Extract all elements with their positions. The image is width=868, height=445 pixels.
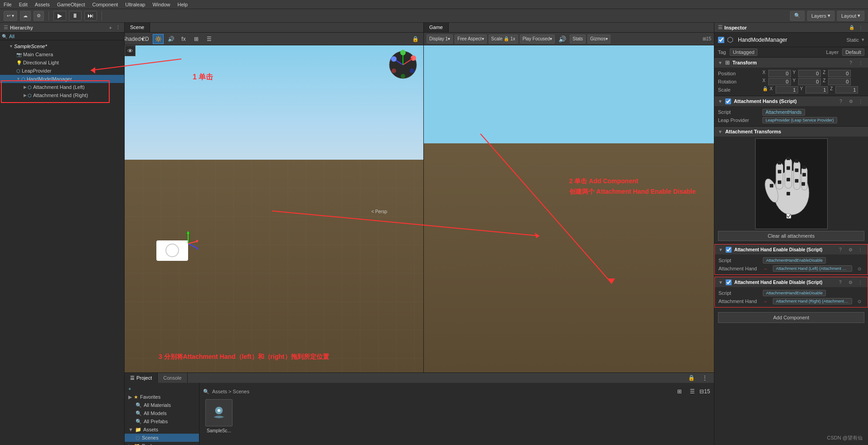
transform-help-btn[interactable]: ? bbox=[847, 59, 854, 66]
scene-fx-btn[interactable]: fx bbox=[178, 34, 189, 44]
rotation-y[interactable] bbox=[798, 78, 821, 85]
script1-pick-btn[interactable]: ⊙ bbox=[856, 265, 863, 272]
script1-help-btn[interactable]: ? bbox=[837, 246, 844, 253]
position-y[interactable] bbox=[798, 70, 821, 77]
game-scale-btn[interactable]: Scale 🔒 1x bbox=[489, 34, 518, 44]
project-more-btn[interactable]: ⋮ bbox=[699, 373, 710, 383]
tab-game[interactable]: Game bbox=[424, 23, 449, 32]
game-stats-btn[interactable]: Stats bbox=[570, 34, 586, 44]
script2-attach-value[interactable]: Attachment Hand (Right) (Attachment Ha..… bbox=[773, 298, 852, 304]
play-btn[interactable]: ▶ bbox=[53, 11, 66, 21]
hierarchy-add-btn[interactable]: + bbox=[109, 25, 112, 30]
attachment-transforms-header[interactable]: ▼ Attachment Transforms bbox=[714, 127, 868, 137]
transform-menu-btn[interactable]: ⋮ bbox=[857, 59, 864, 66]
cloud-btn[interactable]: ☁ bbox=[20, 11, 31, 21]
scene-light-btn[interactable]: 🔆 bbox=[153, 34, 164, 44]
scene-audio-btn[interactable]: 🔊 bbox=[165, 34, 176, 44]
asset-size-btn[interactable]: ⊟15 bbox=[699, 386, 710, 396]
tab-scene[interactable]: Scene bbox=[125, 23, 150, 32]
rotation-z[interactable] bbox=[828, 78, 851, 85]
script-value[interactable]: AttachmentHands bbox=[762, 109, 805, 116]
menu-help[interactable]: Help bbox=[178, 2, 188, 7]
tree-item-add[interactable]: + bbox=[125, 385, 199, 393]
object-active-checkbox[interactable] bbox=[718, 37, 724, 43]
menu-window[interactable]: Window bbox=[152, 2, 170, 7]
tag-value[interactable]: Untagged bbox=[730, 49, 758, 56]
script2-active-checkbox[interactable] bbox=[726, 279, 732, 285]
attachment-hands-settings-btn[interactable]: ⚙ bbox=[847, 98, 854, 105]
scene-lock-btn[interactable]: 🔒 bbox=[410, 34, 421, 44]
script1-settings-btn[interactable]: ⚙ bbox=[847, 246, 854, 253]
layers-btn[interactable]: Layers ▾ bbox=[807, 11, 834, 21]
script2-menu-btn[interactable]: ⋮ bbox=[857, 279, 864, 286]
settings-btn[interactable]: ⚙ bbox=[34, 11, 44, 21]
menu-assets[interactable]: Assets bbox=[35, 2, 50, 7]
tree-packages[interactable]: ▶ 📁 Packages bbox=[125, 442, 199, 445]
clear-attachments-btn[interactable]: Clear all attachments bbox=[718, 231, 864, 241]
scene-hidden-btn[interactable]: ☰ bbox=[204, 34, 214, 44]
hierarchy-item-main-camera[interactable]: 📷 Main Camera bbox=[0, 50, 124, 59]
hierarchy-item-directional-light[interactable]: 💡 Directional Light bbox=[0, 59, 124, 67]
scale-x[interactable] bbox=[776, 86, 798, 93]
game-gizmos-btn[interactable]: Gizmos▾ bbox=[587, 34, 611, 44]
layout-btn[interactable]: Layout ▾ bbox=[837, 11, 864, 21]
menu-gameobject[interactable]: GameObject bbox=[57, 2, 85, 7]
script1-menu-btn[interactable]: ⋮ bbox=[857, 246, 864, 253]
transform-header[interactable]: ▼ ⊞ Transform ? ⋮ bbox=[714, 58, 868, 68]
search-btn[interactable]: 🔍 bbox=[790, 11, 805, 21]
script2-settings-btn[interactable]: ⚙ bbox=[847, 279, 854, 286]
hierarchy-item-leap-provider[interactable]: ⬡ LeapProvider bbox=[0, 67, 124, 75]
attachment-hands-active-checkbox[interactable] bbox=[725, 98, 731, 104]
attachment-hands-menu-btn[interactable]: ⋮ bbox=[857, 98, 864, 105]
scene-2d-btn[interactable]: 2D bbox=[140, 34, 151, 44]
menu-component[interactable]: Component bbox=[92, 2, 118, 7]
step-btn[interactable]: ⏭ bbox=[84, 11, 97, 21]
scene-shading-btn[interactable]: Shaded▾ bbox=[127, 34, 138, 44]
leap-provider-value[interactable]: LeapProvider (Leap Service Provider) bbox=[762, 117, 837, 123]
tree-scenes[interactable]: ⬡ Scenes bbox=[125, 434, 199, 442]
script1-header[interactable]: ▼ Attachment Hand Enable Disable (Script… bbox=[715, 245, 868, 254]
script1-script-value[interactable]: AttachmentHandEnableDisable bbox=[763, 257, 826, 264]
pause-btn[interactable]: ⏸ bbox=[69, 11, 82, 21]
attachment-hands-header[interactable]: ▼ Attachment Hands (Script) ? ⚙ ⋮ bbox=[714, 96, 868, 106]
tree-all-models[interactable]: 🔍 All Models bbox=[125, 409, 199, 417]
script1-active-checkbox[interactable] bbox=[726, 247, 732, 253]
game-aspect-btn[interactable]: Free Aspect▾ bbox=[455, 34, 486, 44]
layer-value[interactable]: Default bbox=[842, 49, 864, 56]
hierarchy-item-attach-hand-left[interactable]: ▶ ⬡ Attachment Hand (Left) bbox=[0, 83, 124, 91]
script2-script-value[interactable]: AttachmentHandEnableDisable bbox=[763, 290, 826, 296]
scene-gizmos-btn[interactable]: ⊞ bbox=[191, 34, 202, 44]
tree-favorites[interactable]: ▶ ★ Favorites bbox=[125, 393, 199, 401]
tree-all-materials[interactable]: 🔍 All Materials bbox=[125, 401, 199, 409]
position-x[interactable] bbox=[768, 70, 791, 77]
script2-pick-btn[interactable]: ⊙ bbox=[856, 298, 863, 305]
hierarchy-all-label[interactable]: All bbox=[9, 34, 15, 39]
script2-help-btn[interactable]: ? bbox=[837, 279, 844, 286]
game-display-btn[interactable]: Display 1▾ bbox=[427, 34, 453, 44]
tab-console[interactable]: Console bbox=[158, 373, 187, 383]
attachment-hands-help-btn[interactable]: ? bbox=[837, 98, 844, 105]
menu-ultraleap[interactable]: Ultraleap bbox=[125, 2, 145, 7]
scale-y[interactable] bbox=[805, 86, 828, 93]
hierarchy-scene-root[interactable]: ▼ SampleScene* bbox=[0, 42, 124, 50]
scale-z[interactable] bbox=[835, 86, 858, 93]
asset-grid-view-btn[interactable]: ⊞ bbox=[674, 386, 685, 396]
undo-redo-btn[interactable]: ↩ ▾ bbox=[4, 11, 17, 21]
asset-list-view-btn[interactable]: ☰ bbox=[687, 386, 698, 396]
script1-attach-value[interactable]: Attachment Hand (Left) (Attachment Han..… bbox=[773, 265, 852, 272]
project-lock-btn[interactable]: 🔒 bbox=[686, 373, 697, 383]
hierarchy-item-hand-model-manager[interactable]: ▼ ⬡ HandModelManager bbox=[0, 75, 124, 83]
tree-assets[interactable]: ▼ 📁 Assets bbox=[125, 425, 199, 434]
scene-eye-btn[interactable]: 👁 bbox=[125, 45, 136, 56]
game-play-focused-btn[interactable]: Play Focused▾ bbox=[520, 34, 555, 44]
add-component-btn[interactable]: Add Component bbox=[718, 312, 864, 323]
position-z[interactable] bbox=[828, 70, 851, 77]
menu-edit[interactable]: Edit bbox=[19, 2, 28, 7]
asset-item-samplescene[interactable]: SampleSc... bbox=[203, 399, 235, 433]
menu-file[interactable]: File bbox=[4, 2, 12, 7]
inspector-lock-btn[interactable]: 🔒 bbox=[848, 24, 855, 31]
tree-all-prefabs[interactable]: 🔍 All Prefabs bbox=[125, 417, 199, 425]
hierarchy-item-attach-hand-right[interactable]: ▶ ⬡ Attachment Hand (Right) bbox=[0, 91, 124, 99]
script2-header[interactable]: ▼ Attachment Hand Enable Disable (Script… bbox=[715, 277, 868, 287]
static-dropdown[interactable]: ▾ bbox=[862, 37, 864, 43]
